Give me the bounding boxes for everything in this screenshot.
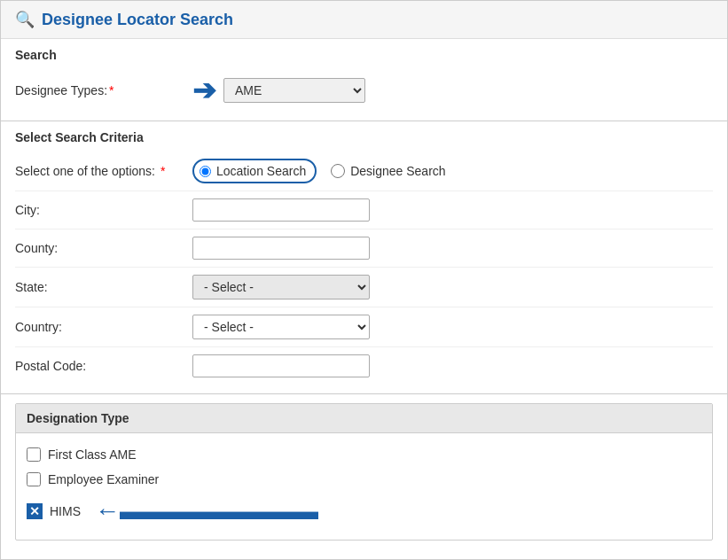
postal-code-label: Postal Code:: [15, 359, 192, 373]
postal-code-input[interactable]: [192, 354, 370, 377]
criteria-section: Select Search Criteria Select one of the…: [1, 121, 727, 394]
hims-row: ✕ HIMS ←▬▬▬▬▬▬▬▬: [27, 492, 701, 531]
employee-examiner-row: Employee Examiner: [27, 467, 701, 492]
radio-group: Location Search Designee Search: [192, 159, 446, 183]
state-control: - Select - Alabama Alaska Arizona: [192, 275, 713, 299]
first-class-ame-checkbox[interactable]: [27, 447, 41, 462]
hims-label[interactable]: HIMS: [50, 504, 81, 518]
designation-section: Designation Type First Class AME Employe…: [15, 403, 713, 541]
county-control: [192, 237, 713, 260]
city-control: [192, 198, 713, 222]
employee-examiner-label[interactable]: Employee Examiner: [48, 472, 159, 486]
designee-search-radio[interactable]: [331, 164, 345, 178]
designation-body: First Class AME Employee Examiner ✕ HIMS…: [16, 433, 712, 540]
country-control: - Select - United States Canada: [192, 315, 713, 339]
state-select[interactable]: - Select - Alabama Alaska Arizona: [192, 275, 370, 299]
search-section: Search Designee Types:* ➔ AME DAR DER DM…: [1, 39, 727, 121]
criteria-section-title: Select Search Criteria: [15, 130, 713, 144]
county-label: County:: [15, 241, 192, 255]
employee-examiner-checkbox[interactable]: [27, 472, 41, 486]
designee-search-option: Designee Search: [331, 164, 445, 178]
search-option-row: Select one of the options: * Location Se…: [15, 152, 713, 191]
state-row: State: - Select - Alabama Alaska Arizona: [15, 268, 713, 307]
city-label: City:: [15, 203, 192, 217]
county-input[interactable]: [192, 237, 370, 260]
state-label: State:: [15, 280, 192, 294]
first-class-ame-row: First Class AME: [27, 442, 701, 467]
search-icon: 🔍: [15, 10, 35, 29]
hims-checkbox[interactable]: ✕: [27, 503, 43, 519]
country-select[interactable]: - Select - United States Canada: [192, 315, 370, 339]
city-row: City:: [15, 191, 713, 229]
designee-types-control-area: ➔ AME DAR DER DMIR ODA: [192, 76, 713, 105]
designation-header: Designation Type: [16, 404, 712, 433]
city-input[interactable]: [192, 198, 370, 222]
page-header: 🔍 Designee Locator Search: [1, 1, 727, 39]
country-label: Country:: [15, 320, 192, 334]
page-title: Designee Locator Search: [42, 11, 233, 29]
search-option-label: Select one of the options: *: [15, 164, 192, 178]
designee-types-select[interactable]: AME DAR DER DMIR ODA: [223, 78, 365, 103]
search-section-title: Search: [15, 48, 713, 62]
country-row: Country: - Select - United States Canada: [15, 307, 713, 347]
search-option-controls: Location Search Designee Search: [192, 159, 713, 183]
location-search-radio[interactable]: [200, 166, 211, 177]
hims-arrow-icon: ←▬▬▬▬▬▬▬▬: [95, 497, 318, 525]
county-row: County:: [15, 229, 713, 268]
location-search-label[interactable]: Location Search: [216, 164, 306, 178]
location-search-highlight: Location Search: [192, 159, 317, 183]
first-class-ame-label[interactable]: First Class AME: [48, 447, 137, 462]
postal-code-control: [192, 354, 713, 377]
postal-code-row: Postal Code:: [15, 347, 713, 385]
arrow-annotation-icon: ➔: [192, 76, 216, 105]
designee-types-row: Designee Types:* ➔ AME DAR DER DMIR ODA: [15, 69, 713, 112]
designee-search-label[interactable]: Designee Search: [350, 164, 445, 178]
page-container: 🔍 Designee Locator Search Search Designe…: [0, 0, 728, 560]
designee-types-label: Designee Types:*: [15, 83, 192, 97]
